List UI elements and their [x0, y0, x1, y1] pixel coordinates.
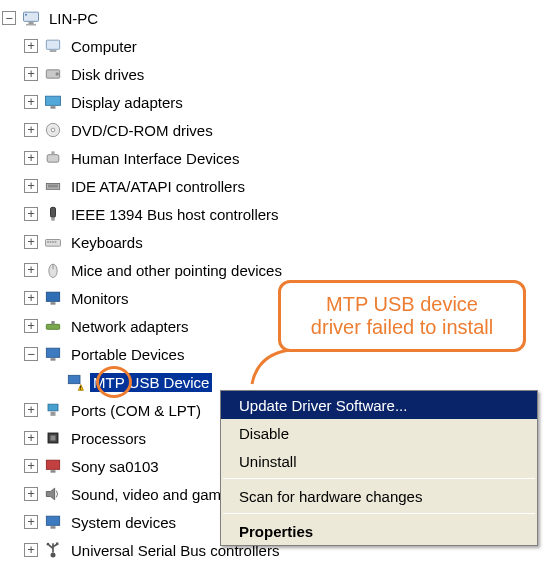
svg-point-7 [56, 72, 59, 75]
expand-icon[interactable]: + [24, 459, 38, 473]
tree-item-label[interactable]: Computer [68, 37, 140, 56]
disk-icon [42, 63, 64, 85]
svg-rect-17 [51, 207, 56, 217]
svg-marker-41 [46, 488, 54, 500]
expand-icon[interactable]: + [24, 39, 38, 53]
tree-item-label[interactable]: IDE ATA/ATAPI controllers [68, 177, 248, 196]
ieee-icon [42, 203, 64, 225]
svg-rect-26 [46, 292, 59, 301]
svg-rect-28 [46, 324, 59, 329]
annotation-callout-line1: MTP USB device [295, 293, 509, 316]
expand-icon[interactable]: + [24, 179, 38, 193]
menu-disable[interactable]: Disable [221, 419, 537, 447]
svg-rect-18 [51, 217, 54, 220]
svg-rect-36 [51, 412, 56, 416]
tree-item-label[interactable]: MTP USB Device [90, 373, 212, 392]
svg-rect-0 [24, 12, 39, 21]
tree-item-label[interactable]: Disk drives [68, 65, 147, 84]
tree-item[interactable]: +IDE ATA/ATAPI controllers [2, 172, 553, 200]
tree-item[interactable]: +Keyboards [2, 228, 553, 256]
menu-separator [223, 478, 535, 479]
svg-rect-22 [52, 241, 54, 243]
svg-rect-27 [51, 302, 56, 305]
tree-item-label[interactable]: Monitors [68, 289, 132, 308]
display-icon [42, 91, 64, 113]
svg-rect-23 [55, 241, 57, 243]
expand-icon[interactable]: + [24, 543, 38, 557]
expand-icon[interactable]: + [24, 151, 38, 165]
menu-item-label: Properties [239, 523, 313, 540]
menu-item-label: Update Driver Software... [239, 397, 407, 414]
svg-rect-32 [68, 375, 80, 383]
svg-rect-19 [46, 240, 61, 247]
expand-icon[interactable]: + [24, 291, 38, 305]
svg-rect-43 [51, 526, 56, 529]
annotation-callout-line2: driver failed to install [295, 316, 509, 339]
tree-item-label[interactable]: Mice and other pointing devices [68, 261, 285, 280]
svg-rect-8 [46, 96, 61, 105]
tree-item-label[interactable]: IEEE 1394 Bus host controllers [68, 205, 282, 224]
tree-item-label[interactable]: Network adapters [68, 317, 192, 336]
svg-rect-39 [46, 460, 59, 469]
tree-item[interactable]: +Computer [2, 32, 553, 60]
svg-rect-14 [46, 184, 59, 190]
expand-icon[interactable]: + [24, 431, 38, 445]
ide-icon [42, 175, 64, 197]
svg-rect-1 [29, 22, 34, 24]
tree-item-label[interactable]: DVD/CD-ROM drives [68, 121, 216, 140]
menu-scan-hardware[interactable]: Scan for hardware changes [221, 482, 537, 510]
expand-icon[interactable]: + [24, 319, 38, 333]
tree-item[interactable]: +Human Interface Devices [2, 144, 553, 172]
svg-rect-42 [46, 516, 59, 525]
menu-properties[interactable]: Properties [221, 517, 537, 545]
tree-item-label[interactable]: Human Interface Devices [68, 149, 242, 168]
portable-icon [42, 343, 64, 365]
expand-icon[interactable]: + [24, 487, 38, 501]
expand-icon[interactable]: + [24, 123, 38, 137]
svg-rect-29 [51, 321, 54, 324]
tree-item[interactable]: +DVD/CD-ROM drives [2, 116, 553, 144]
svg-rect-35 [48, 404, 58, 411]
tree-item-label[interactable]: Portable Devices [68, 345, 187, 364]
tree-item-label[interactable]: Keyboards [68, 233, 146, 252]
ports-icon [42, 399, 64, 421]
keyboard-icon [42, 231, 64, 253]
hid-icon [42, 147, 64, 169]
svg-rect-48 [56, 543, 59, 546]
tree-item-label[interactable]: Ports (COM & LPT) [68, 401, 204, 420]
menu-update-driver[interactable]: Update Driver Software... [221, 391, 537, 419]
sony-icon [42, 455, 64, 477]
usb-icon [42, 539, 64, 561]
menu-item-label: Uninstall [239, 453, 297, 470]
tree-item[interactable]: +Display adapters [2, 88, 553, 116]
collapse-icon[interactable]: − [2, 11, 16, 25]
expand-icon[interactable]: + [24, 67, 38, 81]
tree-root-label[interactable]: LIN-PC [46, 9, 101, 28]
expand-icon[interactable]: + [24, 263, 38, 277]
tree-item-label[interactable]: Processors [68, 429, 149, 448]
expand-icon[interactable]: + [24, 235, 38, 249]
menu-item-label: Scan for hardware changes [239, 488, 422, 505]
expand-icon[interactable]: + [24, 515, 38, 529]
tree-item[interactable]: +IEEE 1394 Bus host controllers [2, 200, 553, 228]
tree-item-label[interactable]: Sony sa0103 [68, 457, 162, 476]
computer-root-icon [20, 7, 42, 29]
expand-icon[interactable]: + [24, 403, 38, 417]
collapse-icon[interactable]: − [24, 347, 38, 361]
svg-rect-4 [46, 40, 59, 49]
cdrom-icon [42, 119, 64, 141]
computer-icon [42, 35, 64, 57]
tree-item-label[interactable]: Display adapters [68, 93, 186, 112]
expand-icon[interactable]: + [24, 207, 38, 221]
menu-uninstall[interactable]: Uninstall [221, 447, 537, 475]
tree-root[interactable]: − LIN-PC [2, 4, 553, 32]
svg-rect-30 [46, 348, 59, 357]
tree-item-label[interactable]: System devices [68, 513, 179, 532]
tree-item[interactable]: +Disk drives [2, 60, 553, 88]
svg-text:!: ! [80, 385, 82, 391]
expand-icon[interactable]: + [24, 95, 38, 109]
mouse-icon [42, 259, 64, 281]
annotation-callout-tail [250, 347, 290, 387]
menu-separator [223, 513, 535, 514]
device-context-menu: Update Driver Software... Disable Uninst… [220, 390, 538, 546]
